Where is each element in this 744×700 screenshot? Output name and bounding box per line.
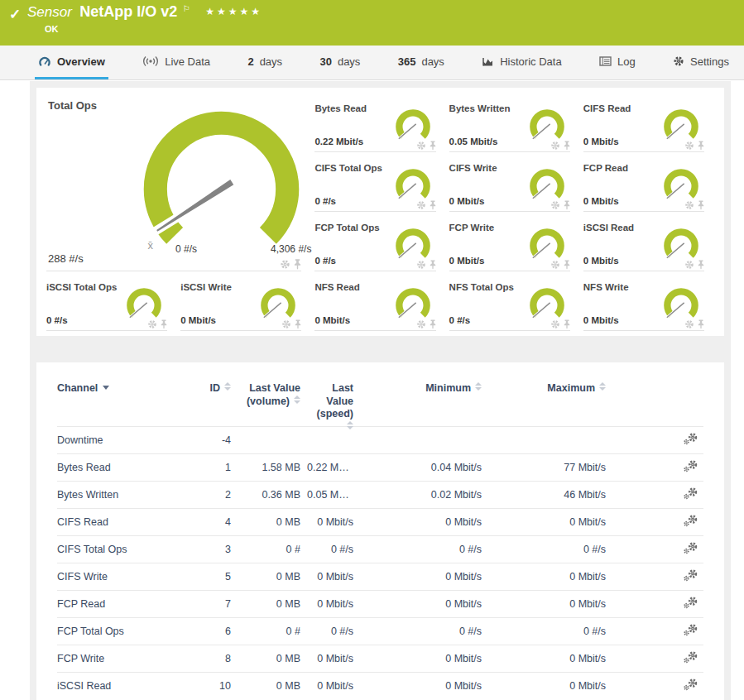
channel-table-row[interactable]: CIFS Total Ops 3 0 # 0 #/s 0 #/s 0 #/s (57, 535, 703, 563)
channel-table-row[interactable]: iSCSI Read 10 0 MB 0 Mbit/s 0 Mbit/s 0 M… (57, 672, 703, 699)
channel-gauge-cell[interactable]: FCP Total Ops 0 #/s (313, 217, 447, 276)
cell-id: 4 (190, 516, 231, 528)
pin-icon[interactable] (698, 319, 704, 329)
channel-settings-gears-icon[interactable] (684, 678, 698, 692)
pin-icon[interactable] (430, 200, 436, 210)
channel-table-panel: Channel ID Last Value (volume) Last Valu… (36, 362, 724, 700)
channel-gauge-cell[interactable]: NFS Write 0 Mbit/s (582, 276, 716, 336)
gauge-settings-gear-icon[interactable] (147, 319, 157, 329)
cell-id: 2 (190, 489, 231, 501)
channel-settings-gears-icon[interactable] (684, 569, 698, 583)
object-kind-label: Sensor (27, 4, 72, 20)
gauge-settings-gear-icon[interactable] (550, 200, 560, 210)
cell-last-value-volume: 0 MB (231, 571, 300, 583)
pin-icon[interactable] (564, 260, 570, 270)
tab-30-days[interactable]: 30 days (316, 46, 363, 79)
column-header-last-value-speed[interactable]: Last Value (speed) (300, 382, 353, 434)
cell-id: 8 (190, 653, 231, 664)
pin-icon[interactable] (698, 141, 704, 151)
channel-gauge-cell[interactable]: FCP Write 0 Mbit/s (448, 217, 582, 276)
tab-historic-data[interactable]: Historic Data (478, 46, 564, 79)
gauge-settings-gear-icon[interactable] (684, 260, 694, 270)
channel-settings-gears-icon[interactable] (684, 460, 698, 473)
gauge-total-ops[interactable]: Total Ops x̄ 0 #/s 4,306 #/s 288 #/s (45, 98, 313, 276)
channel-settings-gears-icon[interactable] (684, 651, 698, 664)
channel-settings-gears-icon[interactable] (684, 542, 698, 555)
cell-last-value-speed: 0 Mbit/s (300, 680, 353, 692)
area-chart-icon (482, 56, 494, 67)
channel-settings-gears-icon[interactable] (684, 433, 698, 446)
cell-maximum: 0 Mbit/s (482, 598, 606, 610)
channel-table-row[interactable]: FCP Write 8 0 MB 0 Mbit/s 0 Mbit/s 0 Mbi… (57, 645, 703, 672)
channel-settings-gears-icon[interactable] (684, 487, 698, 501)
pin-icon[interactable] (294, 259, 301, 270)
gauge-settings-gear-icon[interactable] (416, 200, 426, 210)
cell-channel: CIFS Read (57, 516, 190, 528)
pin-icon[interactable] (564, 200, 570, 210)
column-header-channel[interactable]: Channel (57, 382, 190, 434)
tab-live-data[interactable]: Live Data (139, 46, 214, 79)
gauge-settings-gear-icon[interactable] (550, 319, 560, 329)
channel-table-row[interactable]: Bytes Written 2 0.36 MB 0.05 Mbi… 0.02 M… (57, 481, 703, 508)
status-ok-check-icon: ✓ (9, 6, 21, 23)
channel-gauge-cell[interactable]: NFS Total Ops 0 #/s (448, 276, 582, 336)
gauge-settings-gear-icon[interactable] (280, 259, 290, 270)
pin-icon[interactable] (430, 319, 436, 329)
column-header-maximum[interactable]: Maximum (482, 382, 606, 434)
gauge-title: iSCSI Total Ops (46, 282, 117, 292)
cell-last-value-volume: 0.36 MB (231, 489, 300, 501)
column-header-minimum[interactable]: Minimum (353, 382, 482, 434)
gauge-settings-gear-icon[interactable] (550, 260, 560, 270)
gauge-settings-gear-icon[interactable] (550, 141, 560, 151)
column-header-id[interactable]: ID (190, 382, 231, 434)
gauge-settings-gear-icon[interactable] (684, 200, 694, 210)
gauge-settings-gear-icon[interactable] (684, 319, 694, 329)
pin-icon[interactable] (698, 200, 704, 210)
channel-table-row[interactable]: FCP Total Ops 6 0 # 0 #/s 0 #/s 0 #/s (57, 617, 703, 645)
tab-log[interactable]: Log (596, 46, 639, 79)
channel-gauge-cell[interactable]: iSCSI Write 0 Mbit/s (179, 276, 313, 336)
channel-settings-gears-icon[interactable] (684, 597, 698, 610)
priority-stars[interactable]: ★★★★★ (205, 6, 262, 17)
mean-marker: x̄ (147, 239, 153, 252)
tab-2-days[interactable]: 2 days (244, 46, 286, 79)
channel-settings-gears-icon[interactable] (684, 515, 698, 528)
pin-icon[interactable] (161, 319, 167, 329)
channel-gauge-cell[interactable]: CIFS Write 0 Mbit/s (448, 157, 582, 217)
pin-icon[interactable] (430, 141, 436, 151)
tab-365-days[interactable]: 365 days (395, 46, 448, 79)
channel-table-row[interactable]: FCP Read 7 0 MB 0 Mbit/s 0 Mbit/s 0 Mbit… (57, 590, 703, 617)
channel-gauge-cell[interactable]: Bytes Written 0.05 Mbit/s (448, 98, 582, 157)
channel-gauge-cell[interactable]: FCP Read 0 Mbit/s (582, 157, 716, 217)
channel-gauge-cell[interactable]: Bytes Read 0.22 Mbit/s (313, 98, 447, 157)
gauge-settings-gear-icon[interactable] (684, 141, 694, 151)
channel-gauge-cell[interactable]: CIFS Read 0 Mbit/s (582, 98, 716, 157)
channel-gauge-cell[interactable]: NFS Read 0 Mbit/s (313, 276, 447, 336)
gauge-title: Bytes Read (314, 103, 367, 113)
channel-table-row[interactable]: CIFS Write 5 0 MB 0 Mbit/s 0 Mbit/s 0 Mb… (57, 563, 703, 590)
pin-icon[interactable] (564, 319, 570, 329)
pin-icon[interactable] (698, 260, 704, 270)
channel-gauge-cell[interactable]: CIFS Total Ops 0 #/s (313, 157, 447, 217)
gauge-title: NFS Read (314, 282, 359, 292)
pin-icon[interactable] (564, 141, 570, 151)
cell-channel: Bytes Written (57, 489, 190, 501)
channel-gauge-cell[interactable]: iSCSI Read 0 Mbit/s (582, 217, 716, 276)
channel-table-row[interactable]: CIFS Read 4 0 MB 0 Mbit/s 0 Mbit/s 0 Mbi… (57, 508, 703, 535)
channel-gauge-cell[interactable]: iSCSI Total Ops 0 #/s (45, 276, 179, 336)
gauge-settings-gear-icon[interactable] (416, 319, 426, 329)
gauge-settings-gear-icon[interactable] (416, 260, 426, 270)
gauge-settings-gear-icon[interactable] (416, 141, 426, 151)
tab-overview[interactable]: Overview (35, 46, 108, 79)
channel-settings-gears-icon[interactable] (684, 624, 698, 637)
gauge-current-value: 0 Mbit/s (583, 137, 619, 146)
pin-icon[interactable] (430, 260, 436, 270)
tab-settings[interactable]: Settings (670, 46, 732, 79)
pin-icon[interactable] (295, 319, 301, 329)
flag-icon[interactable]: ⚐ (183, 4, 190, 13)
gauge-min-label: 0 #/s (175, 243, 197, 255)
cell-last-value-volume: 0 # (231, 544, 300, 555)
gauge-settings-gear-icon[interactable] (281, 319, 291, 329)
column-header-last-value-volume[interactable]: Last Value (volume) (231, 382, 300, 434)
channel-table-row[interactable]: Bytes Read 1 1.58 MB 0.22 Mbi… 0.04 Mbit… (57, 453, 703, 481)
